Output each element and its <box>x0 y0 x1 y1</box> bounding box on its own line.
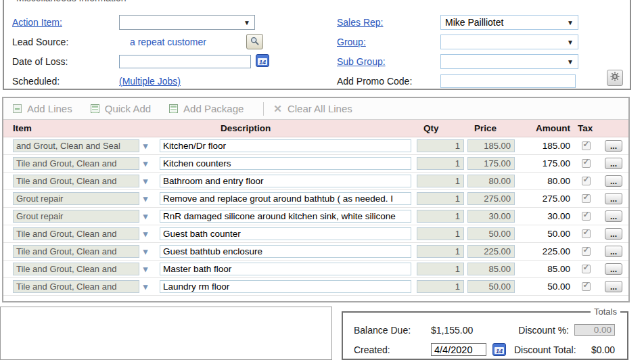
chevron-down-icon[interactable]: ▾ <box>139 227 152 240</box>
row-options-button[interactable]: ... <box>605 281 622 292</box>
description-input[interactable] <box>160 280 411 293</box>
chevron-down-icon[interactable]: ▾ <box>139 210 152 223</box>
tax-checkbox[interactable]: ✓ <box>582 212 591 221</box>
chevron-down-icon[interactable]: ▾ <box>139 263 152 275</box>
chevron-down-icon: ▼ <box>567 39 574 46</box>
description-input[interactable] <box>160 227 411 240</box>
qty-input[interactable] <box>417 245 464 258</box>
chevron-down-icon[interactable]: ▾ <box>139 280 152 293</box>
add-package-button[interactable]: Add Package <box>169 103 244 114</box>
sub-group-link[interactable]: Sub Group: <box>337 56 386 67</box>
amount-value: 85.00 <box>516 264 573 274</box>
row-options-button[interactable]: ... <box>605 140 622 152</box>
price-input[interactable] <box>467 192 515 205</box>
amount-value: 50.00 <box>516 282 573 292</box>
description-input[interactable] <box>160 157 411 170</box>
description-input[interactable] <box>160 175 411 187</box>
qty-input[interactable] <box>417 263 464 275</box>
price-input[interactable] <box>467 157 515 170</box>
chevron-down-icon[interactable]: ▾ <box>139 157 152 170</box>
clear-all-lines-button[interactable]: ✕ Clear All Lines <box>273 103 352 115</box>
item-select[interactable]: Tile and Grout, Clean and <box>13 263 139 275</box>
row-options-button[interactable]: ... <box>605 158 622 169</box>
row-options-button[interactable]: ... <box>605 210 622 222</box>
tax-checkbox[interactable]: ✓ <box>582 141 591 150</box>
tax-cell: ✓ <box>573 282 599 291</box>
price-input[interactable] <box>467 227 515 240</box>
item-select[interactable]: Tile and Grout, Clean and <box>13 245 139 258</box>
tax-checkbox[interactable]: ✓ <box>582 229 591 238</box>
add-lines-button[interactable]: Add Lines <box>13 103 72 114</box>
lead-source-value[interactable]: a repeat customer <box>130 37 206 47</box>
group-select[interactable]: ▼ <box>440 35 578 49</box>
chevron-down-icon[interactable]: ▾ <box>139 139 152 152</box>
item-select[interactable]: Tile and Grout, Clean and <box>13 280 139 293</box>
price-input[interactable] <box>467 263 515 275</box>
price-input[interactable] <box>467 245 515 258</box>
calendar-icon[interactable]: 14 <box>492 343 506 356</box>
row-options-button[interactable]: ... <box>605 263 622 275</box>
qty-input[interactable] <box>417 210 464 223</box>
description-input[interactable] <box>160 210 411 223</box>
table-row: Tile and Grout, Clean and ▾ 80.00 ✓ ... <box>3 173 628 190</box>
check-icon: ✓ <box>583 192 590 202</box>
date-of-loss-input[interactable] <box>119 55 251 68</box>
action-item-link[interactable]: Action Item: <box>12 17 62 28</box>
qty-input[interactable] <box>417 280 464 293</box>
description-input[interactable] <box>160 139 411 152</box>
created-date-input[interactable] <box>431 343 486 356</box>
item-select[interactable]: Grout repair <box>13 210 139 223</box>
tax-checkbox[interactable]: ✓ <box>582 177 591 185</box>
item-select[interactable]: and Grout, Clean and Seal <box>13 139 139 152</box>
sales-rep-select[interactable]: Mike Pailliotet ▼ <box>440 15 578 30</box>
qty-input[interactable] <box>417 192 464 205</box>
description-input[interactable] <box>160 245 411 258</box>
promo-code-row: Add Promo Code: <box>337 71 625 91</box>
misc-info-legend: Miscellaneous Information <box>14 0 129 3</box>
price-input[interactable] <box>467 280 515 293</box>
calendar-icon[interactable]: 14 <box>256 54 269 67</box>
description-input[interactable] <box>160 192 411 205</box>
row-options-button[interactable]: ... <box>605 193 622 204</box>
item-select-value: Grout repair <box>16 194 63 204</box>
item-select[interactable]: Tile and Grout, Clean and <box>13 227 139 240</box>
row-options-button[interactable]: ... <box>605 246 622 257</box>
discount-pct-input[interactable] <box>574 324 615 336</box>
qty-input[interactable] <box>417 175 464 187</box>
price-input[interactable] <box>467 175 515 187</box>
qty-input[interactable] <box>417 227 464 240</box>
chevron-down-icon[interactable]: ▾ <box>139 245 152 258</box>
action-item-select[interactable]: ▼ <box>119 15 255 30</box>
group-link[interactable]: Group: <box>337 37 366 47</box>
promo-settings-button[interactable] <box>607 70 623 86</box>
price-input[interactable] <box>467 210 515 223</box>
item-select[interactable]: Grout repair <box>13 192 139 205</box>
sales-rep-link[interactable]: Sales Rep: <box>337 17 383 28</box>
sub-group-select[interactable]: ▼ <box>440 54 578 69</box>
price-input[interactable] <box>467 139 515 152</box>
price-cell <box>467 280 515 293</box>
chevron-down-icon[interactable]: ▾ <box>139 192 152 205</box>
tax-checkbox[interactable]: ✓ <box>582 265 591 273</box>
item-select[interactable]: Tile and Grout, Clean and <box>13 175 139 187</box>
qty-input[interactable] <box>417 157 464 170</box>
tax-checkbox[interactable]: ✓ <box>582 247 591 256</box>
lead-source-search-button[interactable] <box>246 34 263 49</box>
chevron-down-icon[interactable]: ▾ <box>139 175 152 187</box>
qty-input[interactable] <box>417 139 464 152</box>
row-options-button[interactable]: ... <box>605 228 622 240</box>
misc-left-column: Action Item: ▼ Lead Source: a repeat cus… <box>12 12 310 91</box>
description-input[interactable] <box>160 263 411 275</box>
item-select-value: Tile and Grout, Clean and <box>16 158 116 168</box>
quick-add-button[interactable]: Quick Add <box>91 103 151 114</box>
tax-checkbox[interactable]: ✓ <box>582 282 591 291</box>
multiple-jobs-link[interactable]: (Multiple Jobs) <box>119 76 181 87</box>
scheduled-row: Scheduled: (Multiple Jobs) <box>12 71 310 91</box>
tax-checkbox[interactable]: ✓ <box>582 194 591 203</box>
item-select[interactable]: Tile and Grout, Clean and <box>13 157 139 170</box>
tax-checkbox[interactable]: ✓ <box>582 159 591 168</box>
promo-code-input[interactable] <box>440 74 576 88</box>
tax-cell: ✓ <box>573 212 599 221</box>
table-row: Tile and Grout, Clean and ▾ 225.00 ✓ ... <box>3 243 628 261</box>
row-options-button[interactable]: ... <box>605 175 622 187</box>
